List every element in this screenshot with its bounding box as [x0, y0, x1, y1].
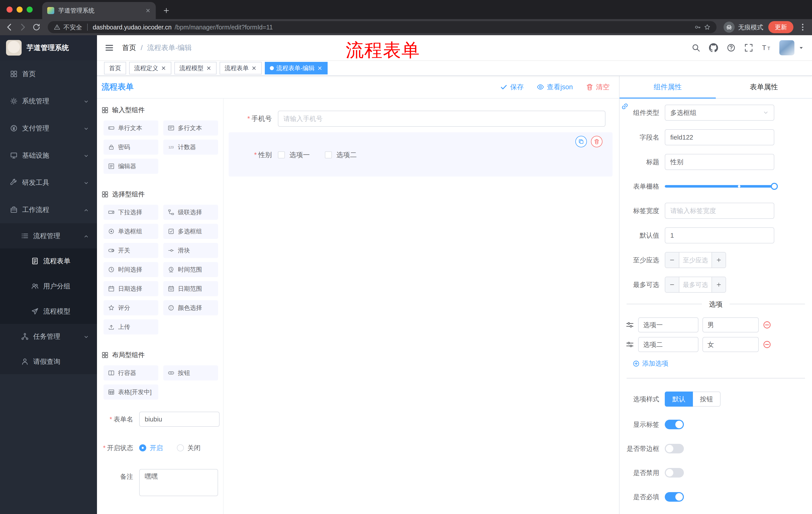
palette-item-input[interactable]: 单行文本 [104, 120, 158, 136]
palette-item-date[interactable]: 日期选择 [104, 281, 158, 296]
delete-component-button[interactable] [591, 136, 603, 147]
palette-item-richtext[interactable]: 编辑器 [104, 159, 158, 174]
status-off-radio[interactable]: 关闭 [177, 443, 201, 452]
copy-component-button[interactable] [575, 136, 587, 147]
address-bar[interactable]: 不安全 dashboard.yudao.iocoder.cn /bpm/mana… [48, 21, 717, 33]
remove-option-icon[interactable] [763, 340, 771, 349]
style-default-button[interactable]: 默认 [665, 391, 693, 407]
palette-item-select[interactable]: 下拉选择 [104, 205, 158, 220]
status-on-radio[interactable]: 开启 [139, 443, 163, 452]
decrease-button[interactable] [665, 252, 679, 268]
close-icon[interactable] [161, 65, 166, 71]
caret-down-icon[interactable] [799, 45, 804, 51]
browser-reload-button[interactable] [32, 23, 41, 31]
palette-item-button[interactable]: 按钮 [163, 366, 218, 380]
palette-item-color[interactable]: 颜色选择 [163, 300, 218, 315]
window-minimize-button[interactable] [17, 6, 23, 12]
tab-component-props[interactable]: 组件属性 [619, 76, 716, 98]
save-button[interactable]: 保存 [500, 82, 524, 91]
label-width-input[interactable] [665, 203, 774, 219]
window-zoom-button[interactable] [27, 6, 33, 12]
browser-menu-icon[interactable] [799, 23, 807, 31]
view-json-button[interactable]: 查看json [536, 82, 573, 91]
bookmark-star-icon[interactable] [704, 24, 710, 30]
palette-item-daterange[interactable]: 日期范围 [163, 281, 218, 296]
tag-process-form[interactable]: 流程表单 [220, 62, 262, 75]
option-label-input[interactable] [638, 317, 698, 332]
clear-button[interactable]: 清空 [586, 82, 609, 91]
switch-required[interactable] [665, 492, 684, 502]
default-value-input[interactable] [665, 227, 774, 243]
close-icon[interactable] [251, 65, 257, 71]
security-warning-icon[interactable] [54, 24, 60, 30]
max-select-input[interactable] [679, 281, 712, 289]
option-value-input[interactable] [702, 337, 759, 352]
browser-forward-button[interactable] [19, 23, 27, 31]
switch-border[interactable] [665, 444, 684, 453]
link-icon[interactable] [620, 102, 629, 111]
breadcrumb-home[interactable]: 首页 [122, 43, 136, 53]
decrease-button[interactable] [665, 277, 679, 292]
sidebar-item-leave-query[interactable]: 请假查询 [0, 349, 97, 374]
app-logo[interactable]: 芋道管理系统 [0, 35, 97, 60]
close-icon[interactable] [206, 65, 211, 71]
sidebar-item-devtools[interactable]: 研发工具 [0, 169, 97, 196]
palette-item-textarea[interactable]: 多行文本 [163, 120, 218, 136]
increase-button[interactable] [712, 252, 726, 268]
new-tab-button[interactable] [163, 7, 170, 14]
form-canvas[interactable]: *手机号 *性别 选项一 选项二 [224, 99, 619, 514]
gender-option2-checkbox[interactable]: 选项二 [325, 151, 357, 159]
tab-form-props[interactable]: 表单属性 [716, 76, 812, 98]
palette-item-timerange[interactable]: 时间范围 [163, 262, 218, 277]
sidebar-item-system[interactable]: 系统管理 [0, 87, 97, 115]
min-select-input[interactable] [679, 256, 712, 264]
switch-show-label[interactable] [665, 420, 684, 429]
hamburger-icon[interactable] [105, 43, 114, 53]
option-label-input[interactable] [638, 337, 698, 352]
phone-input[interactable] [278, 111, 606, 127]
avatar[interactable] [779, 40, 794, 55]
gender-option1-checkbox[interactable]: 选项一 [278, 151, 310, 159]
phone-field[interactable]: *手机号 [229, 111, 612, 127]
tag-process-model[interactable]: 流程模型 [174, 62, 216, 75]
title-input[interactable] [665, 154, 774, 170]
sidebar-item-process-model[interactable]: 流程模型 [0, 299, 97, 324]
tag-process-form-edit[interactable]: 流程表单-编辑 [265, 62, 328, 75]
browser-back-button[interactable] [5, 23, 13, 31]
search-icon[interactable] [691, 43, 700, 52]
window-close-button[interactable] [6, 6, 12, 12]
palette-item-table[interactable]: 表格[开发中] [104, 384, 158, 400]
sidebar-item-user-group[interactable]: 用户分组 [0, 274, 97, 299]
form-name-input[interactable] [139, 412, 220, 427]
help-icon[interactable] [727, 43, 736, 52]
palette-item-rate[interactable]: 评分 [104, 300, 158, 315]
remark-textarea[interactable]: 嘿嘿 [139, 469, 218, 496]
sidebar-item-payment[interactable]: 支付管理 [0, 115, 97, 142]
close-icon[interactable] [317, 65, 323, 71]
palette-item-number[interactable]: 123计数器 [163, 140, 218, 155]
sidebar-item-workflow[interactable]: 工作流程 [0, 196, 97, 223]
github-icon[interactable] [709, 43, 718, 52]
tag-home[interactable]: 首页 [104, 62, 126, 75]
password-key-icon[interactable] [694, 24, 701, 30]
increase-button[interactable] [712, 277, 726, 292]
fullscreen-icon[interactable] [744, 43, 753, 52]
remove-option-icon[interactable] [763, 321, 771, 329]
sidebar-item-task-mgmt[interactable]: 任务管理 [0, 324, 97, 349]
form-grid-slider[interactable] [665, 185, 774, 188]
browser-tab[interactable]: 芋道管理系统 [42, 2, 156, 19]
palette-item-slider[interactable]: 滑块 [163, 243, 218, 258]
field-name-input[interactable] [665, 129, 774, 145]
palette-item-radio[interactable]: 单选框组 [104, 224, 158, 239]
palette-item-password[interactable]: 密码 [104, 140, 158, 155]
sidebar-item-process-form[interactable]: 流程表单 [0, 248, 97, 274]
sidebar-item-process-mgmt[interactable]: 流程管理 [0, 223, 97, 248]
incognito-badge[interactable]: 无痕模式 [724, 22, 763, 33]
style-button-button[interactable]: 按钮 [693, 391, 721, 407]
palette-item-checkbox[interactable]: 多选框组 [163, 224, 218, 239]
selected-component-gender[interactable]: *性别 选项一 选项二 [229, 132, 612, 177]
palette-item-upload[interactable]: 上传 [104, 319, 158, 334]
tag-process-definition[interactable]: 流程定义 [129, 62, 171, 75]
drag-handle-icon[interactable] [626, 321, 634, 329]
palette-item-time[interactable]: 时间选择 [104, 262, 158, 277]
